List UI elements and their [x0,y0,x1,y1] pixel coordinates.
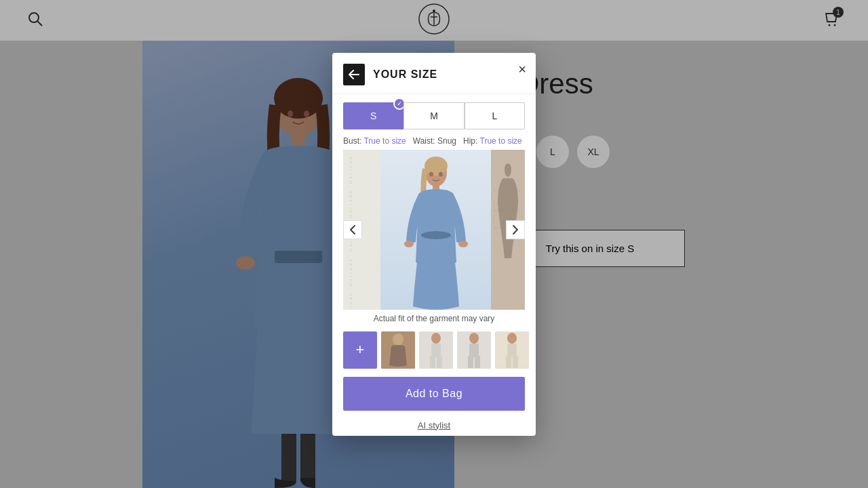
svg-rect-34 [437,356,442,368]
back-button[interactable] [343,64,365,85]
svg-rect-44 [513,356,518,368]
svg-rect-43 [506,356,511,368]
svg-rect-39 [475,356,480,368]
bust-label: Bust: [343,136,361,146]
svg-point-21 [458,241,468,247]
fit-note: Actual fit of the garment may vary [332,310,536,327]
svg-rect-33 [430,356,435,368]
image-nav-left[interactable] [343,220,362,239]
thumbnail-3[interactable] [457,331,491,369]
svg-point-23 [439,171,443,176]
size-modal: YOUR SIZE × S ✓ M L Bust: True to size W… [332,53,536,436]
size-tab-m[interactable]: M [403,102,464,129]
svg-point-31 [431,333,441,344]
svg-point-20 [404,241,414,247]
close-button[interactable]: × [518,62,526,76]
svg-point-22 [429,171,433,176]
thumbnail-1[interactable] [381,331,415,369]
svg-point-29 [393,333,403,346]
fit-info: Bust: True to size Waist: Snug Hip: True… [332,129,536,150]
waist-value: Snug [437,136,456,146]
size-tab-l-label: L [492,110,497,121]
modal-title: YOUR SIZE [373,68,437,81]
model-image [380,150,491,310]
size-tab-s[interactable]: S ✓ [343,102,403,129]
svg-rect-37 [469,344,479,357]
svg-point-17 [425,157,448,176]
svg-point-36 [469,333,479,344]
add-photo-button[interactable]: + [343,331,377,369]
svg-rect-42 [507,344,517,357]
size-tab-s-label: S [370,110,376,121]
add-to-bag-button[interactable]: Add to Bag [343,377,525,411]
hip-value: True to size [480,136,522,146]
modal-header: YOUR SIZE × [332,53,536,94]
waist-label: Waist: [413,136,435,146]
main-image-area: Harrods Harrods Harrods Harrods Harrods … [343,150,525,310]
size-tab-l[interactable]: L [465,102,525,129]
size-tabs: S ✓ M L [332,94,536,129]
bust-value: True to size [363,136,406,146]
svg-rect-32 [431,344,441,357]
thumbnail-4[interactable] [495,331,529,369]
thumbnail-strip: + [332,327,536,373]
size-tab-m-label: M [430,110,438,121]
main-image-content: Harrods Harrods Harrods Harrods Harrods … [343,150,525,310]
modal-overlay: YOUR SIZE × S ✓ M L Bust: True to size W… [0,0,868,488]
hip-label: Hip: [463,136,477,146]
svg-point-41 [507,333,517,344]
ai-stylist-link[interactable]: AI stylist [332,415,536,436]
svg-rect-38 [468,356,473,368]
thumbnail-2[interactable] [419,331,453,369]
svg-point-19 [421,231,451,239]
image-nav-right[interactable] [506,220,525,239]
